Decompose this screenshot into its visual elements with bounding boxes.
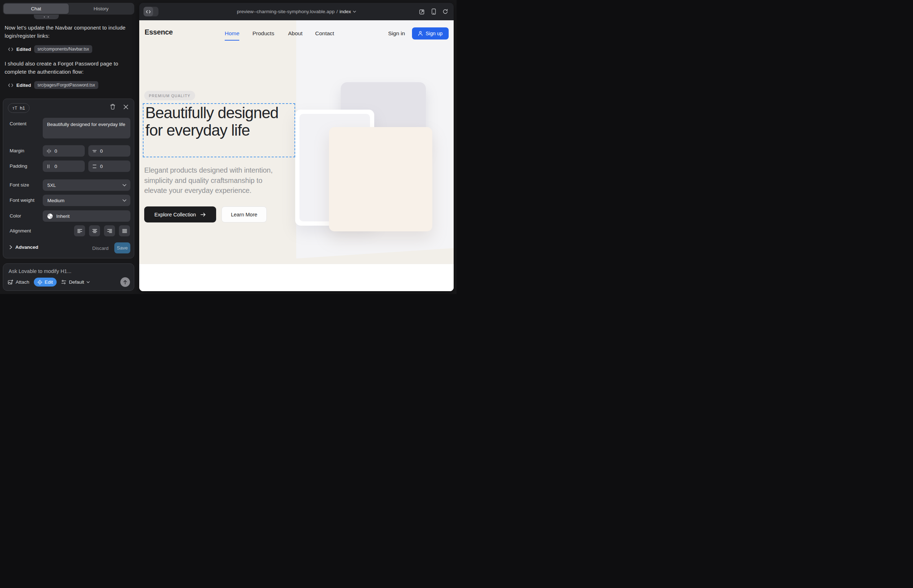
open-external-icon[interactable] bbox=[419, 9, 425, 15]
url-page-select[interactable]: index bbox=[339, 9, 351, 14]
code-icon bbox=[8, 47, 13, 51]
align-right-icon bbox=[107, 229, 112, 233]
edit-mode-chip[interactable]: Edit bbox=[34, 278, 56, 286]
font-weight-select[interactable]: Medium bbox=[43, 195, 130, 206]
padding-y-input[interactable]: 0 bbox=[88, 160, 130, 172]
content-label: Content bbox=[10, 121, 26, 126]
learn-more-button[interactable]: Learn More bbox=[222, 207, 267, 223]
prompt-input[interactable]: Ask Lovable to modify H1... bbox=[8, 268, 71, 274]
lovable-app: Chat History Now let's update the Navbar… bbox=[0, 0, 456, 294]
edited-label: Edited bbox=[16, 82, 31, 88]
padding-label: Padding bbox=[10, 163, 28, 169]
close-editor-button[interactable] bbox=[123, 103, 129, 110]
element-editor-panel: тT h1 Content Beautifully designed for e… bbox=[3, 99, 134, 258]
url-domain: preview--charming-site-symphony.lovable.… bbox=[237, 9, 334, 14]
padding-x-input[interactable]: 0 bbox=[43, 160, 85, 172]
selected-element-chip[interactable]: тT h1 bbox=[8, 103, 29, 113]
chat-message: Now let's update the Navbar component to… bbox=[5, 24, 132, 40]
color-select[interactable]: Inherit bbox=[43, 210, 130, 222]
align-left-button[interactable] bbox=[74, 225, 85, 236]
color-label: Color bbox=[10, 213, 21, 218]
margin-vertical-icon bbox=[92, 149, 97, 153]
arrow-up-icon bbox=[123, 280, 127, 284]
padding-vertical-icon bbox=[92, 164, 97, 169]
margin-y-input[interactable]: 0 bbox=[88, 145, 130, 157]
text-type-icon: тT bbox=[13, 106, 18, 111]
close-icon bbox=[123, 105, 128, 109]
chevron-down-icon bbox=[87, 281, 90, 283]
sidebar: Chat History Now let's update the Navbar… bbox=[0, 0, 139, 294]
element-tag: h1 bbox=[20, 105, 25, 111]
edited-file-row[interactable]: Edited src/components/Navbar.tsx bbox=[8, 45, 134, 53]
site-logo[interactable]: Essence bbox=[144, 28, 173, 36]
margin-x-input[interactable]: 0 bbox=[43, 145, 85, 157]
chevron-down-icon bbox=[123, 184, 126, 186]
attach-image-icon bbox=[8, 279, 13, 285]
chat-history-tabs: Chat History bbox=[3, 3, 134, 15]
content-input[interactable]: Beautifully designed for everyday life bbox=[43, 118, 130, 139]
trash-icon bbox=[110, 104, 115, 110]
chevron-right-icon bbox=[10, 245, 12, 249]
nav-link-about[interactable]: About bbox=[288, 30, 303, 37]
edited-file-row[interactable]: Edited src/pages/ForgotPassword.tsx bbox=[8, 81, 134, 89]
file-pill[interactable]: src/pages/ForgotPassword.tsx bbox=[34, 81, 98, 89]
color-swatch bbox=[47, 213, 53, 219]
nav-link-products[interactable]: Products bbox=[253, 30, 274, 37]
mobile-view-icon[interactable] bbox=[432, 8, 436, 15]
code-preview-toggle[interactable] bbox=[144, 7, 159, 16]
font-weight-label: Font weight bbox=[10, 197, 34, 203]
file-pill[interactable]: src/components/Navbar.tsx bbox=[34, 45, 92, 53]
font-size-select[interactable]: 5XL bbox=[43, 179, 130, 191]
padding-horizontal-icon bbox=[47, 164, 51, 169]
align-center-icon bbox=[92, 229, 97, 233]
browser-chrome: preview--charming-site-symphony.lovable.… bbox=[139, 3, 454, 20]
align-justify-icon bbox=[122, 229, 127, 233]
user-icon bbox=[418, 31, 423, 36]
tab-chat[interactable]: Chat bbox=[3, 3, 69, 14]
nav-link-contact[interactable]: Contact bbox=[315, 30, 334, 37]
preview-browser: preview--charming-site-symphony.lovable.… bbox=[139, 3, 454, 291]
sign-up-button[interactable]: Sign up bbox=[412, 27, 448, 39]
code-icon bbox=[146, 10, 151, 13]
site-navbar: Essence Home Products About Contact Sign… bbox=[139, 20, 454, 52]
nav-link-home[interactable]: Home bbox=[225, 30, 239, 40]
align-left-icon bbox=[77, 229, 82, 233]
decorative-card-peach bbox=[329, 127, 432, 231]
advanced-toggle[interactable]: Advanced bbox=[10, 244, 39, 250]
prompt-box: Ask Lovable to modify H1... Attach Edit … bbox=[3, 263, 134, 291]
hero-headline[interactable]: Beautifully designed for everyday life bbox=[145, 104, 291, 139]
arrow-right-icon bbox=[201, 213, 206, 217]
target-icon bbox=[37, 280, 42, 285]
chevron-down-icon bbox=[123, 199, 126, 202]
hero-description: Elegant products designed with intention… bbox=[144, 165, 287, 196]
align-center-button[interactable] bbox=[89, 225, 100, 236]
chat-message: I should also create a Forgot Password p… bbox=[5, 60, 132, 76]
tab-history[interactable]: History bbox=[69, 3, 134, 14]
save-button[interactable]: Save bbox=[114, 242, 130, 254]
discard-button[interactable]: Discard bbox=[92, 246, 108, 251]
attach-button[interactable]: Attach bbox=[8, 279, 29, 285]
site-viewport: Essence Home Products About Contact Sign… bbox=[139, 20, 454, 291]
font-size-label: Font size bbox=[10, 182, 29, 187]
alignment-label: Alignment bbox=[10, 228, 31, 234]
selected-element-outline[interactable]: Beautifully designed for everyday life bbox=[143, 103, 295, 157]
chat-messages: Now let's update the Navbar component to… bbox=[5, 24, 134, 95]
margin-label: Margin bbox=[10, 148, 24, 153]
url-bar: preview--charming-site-symphony.lovable.… bbox=[139, 3, 454, 20]
chevron-down-icon bbox=[353, 11, 356, 13]
align-right-button[interactable] bbox=[104, 225, 115, 236]
section-below-hero bbox=[139, 264, 454, 291]
refresh-icon[interactable] bbox=[443, 9, 448, 14]
edited-label: Edited bbox=[16, 47, 31, 52]
truncated-file-pill bbox=[34, 15, 59, 19]
margin-horizontal-icon bbox=[47, 149, 51, 153]
hero-badge: PREMIUM QUALITY bbox=[144, 91, 195, 100]
mode-select[interactable]: Default bbox=[61, 279, 90, 285]
sign-in-link[interactable]: Sign in bbox=[388, 30, 405, 37]
sliders-icon bbox=[61, 280, 66, 284]
send-button[interactable] bbox=[120, 277, 130, 287]
align-justify-button[interactable] bbox=[119, 225, 130, 236]
explore-collection-button[interactable]: Explore Collection bbox=[144, 207, 216, 223]
code-icon bbox=[8, 83, 13, 87]
delete-element-button[interactable] bbox=[109, 103, 116, 110]
